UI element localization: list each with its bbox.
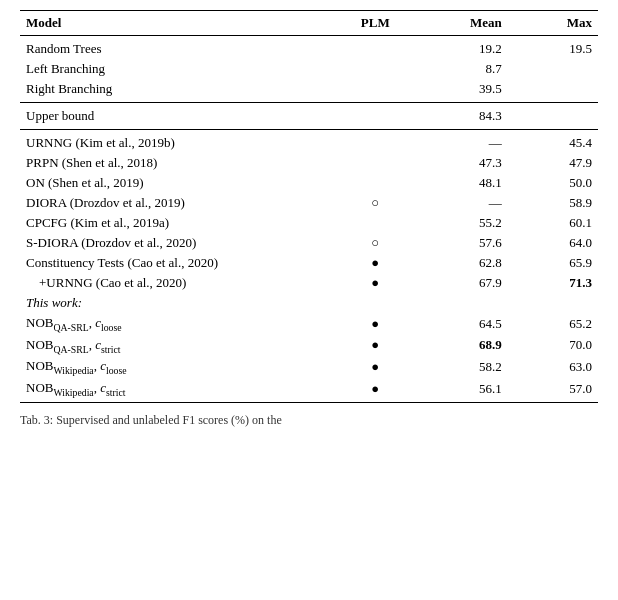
table-row: PRPN (Shen et al., 2018) 47.3 47.9 <box>20 153 598 173</box>
mean-value: 68.9 <box>399 335 507 357</box>
mean-value: 39.5 <box>399 79 507 103</box>
mean-value: 62.8 <box>399 253 507 273</box>
plm-value <box>351 213 399 233</box>
plm-value: ○ <box>351 233 399 253</box>
max-value: 64.0 <box>508 233 598 253</box>
max-value <box>508 293 598 313</box>
model-name: Constituency Tests (Cao et al., 2020) <box>20 253 351 273</box>
plm-value: ● <box>351 273 399 293</box>
mean-value: 67.9 <box>399 273 507 293</box>
max-value: 57.0 <box>508 378 598 403</box>
plm-value <box>351 293 399 313</box>
table-row: Random Trees 19.2 19.5 <box>20 36 598 60</box>
table-caption: Tab. 3: Supervised and unlabeled F1 scor… <box>20 413 598 428</box>
max-value: 60.1 <box>508 213 598 233</box>
table-row: URNNG (Kim et al., 2019b) — 45.4 <box>20 130 598 154</box>
max-value: 65.2 <box>508 313 598 335</box>
max-value: 70.0 <box>508 335 598 357</box>
plm-value <box>351 173 399 193</box>
mean-value: — <box>399 130 507 154</box>
mean-value: 48.1 <box>399 173 507 193</box>
model-name: NOBQA-SRL, cloose <box>20 313 351 335</box>
table-row: Right Branching 39.5 <box>20 79 598 103</box>
model-name: CPCFG (Kim et al., 2019a) <box>20 213 351 233</box>
mean-value: 84.3 <box>399 103 507 130</box>
plm-value: ● <box>351 335 399 357</box>
plm-value: ● <box>351 253 399 273</box>
mean-value <box>399 293 507 313</box>
table-row: Upper bound 84.3 <box>20 103 598 130</box>
max-value: 47.9 <box>508 153 598 173</box>
plm-value: ○ <box>351 193 399 213</box>
table-row: CPCFG (Kim et al., 2019a) 55.2 60.1 <box>20 213 598 233</box>
model-name: Right Branching <box>20 79 351 103</box>
model-name: NOBWikipedia, cstrict <box>20 378 351 403</box>
max-value: 45.4 <box>508 130 598 154</box>
mean-value: 56.1 <box>399 378 507 403</box>
plm-value <box>351 59 399 79</box>
header-plm: PLM <box>351 11 399 36</box>
header-mean: Mean <box>399 11 507 36</box>
max-value: 50.0 <box>508 173 598 193</box>
model-name: NOBWikipedia, cloose <box>20 356 351 378</box>
plm-value <box>351 103 399 130</box>
table-row: Left Branching 8.7 <box>20 59 598 79</box>
mean-value: 19.2 <box>399 36 507 60</box>
plm-value <box>351 130 399 154</box>
max-value: 19.5 <box>508 36 598 60</box>
table-row: DIORA (Drozdov et al., 2019) ○ — 58.9 <box>20 193 598 213</box>
mean-value: 55.2 <box>399 213 507 233</box>
mean-value: 8.7 <box>399 59 507 79</box>
table-row: This work: <box>20 293 598 313</box>
model-name: Upper bound <box>20 103 351 130</box>
mean-value: 47.3 <box>399 153 507 173</box>
model-name: PRPN (Shen et al., 2018) <box>20 153 351 173</box>
table-row: NOBWikipedia, cloose ● 58.2 63.0 <box>20 356 598 378</box>
model-name: DIORA (Drozdov et al., 2019) <box>20 193 351 213</box>
table-row: NOBQA-SRL, cloose ● 64.5 65.2 <box>20 313 598 335</box>
plm-value: ● <box>351 356 399 378</box>
mean-value: 58.2 <box>399 356 507 378</box>
plm-value <box>351 36 399 60</box>
plm-value: ● <box>351 378 399 403</box>
model-name: +URNNG (Cao et al., 2020) <box>20 273 351 293</box>
max-value: 58.9 <box>508 193 598 213</box>
max-value <box>508 79 598 103</box>
results-table: Model PLM Mean Max Random Trees 19.2 19.… <box>20 10 598 403</box>
max-value <box>508 59 598 79</box>
model-name: URNNG (Kim et al., 2019b) <box>20 130 351 154</box>
table-row: S-DIORA (Drozdov et al., 2020) ○ 57.6 64… <box>20 233 598 253</box>
table-row: ON (Shen et al., 2019) 48.1 50.0 <box>20 173 598 193</box>
header-max: Max <box>508 11 598 36</box>
mean-value: 64.5 <box>399 313 507 335</box>
table-row: NOBQA-SRL, cstrict ● 68.9 70.0 <box>20 335 598 357</box>
model-name: This work: <box>20 293 351 313</box>
max-value: 63.0 <box>508 356 598 378</box>
header-model: Model <box>20 11 351 36</box>
mean-value: — <box>399 193 507 213</box>
model-name: S-DIORA (Drozdov et al., 2020) <box>20 233 351 253</box>
max-value <box>508 103 598 130</box>
model-name: Random Trees <box>20 36 351 60</box>
table-row: +URNNG (Cao et al., 2020) ● 67.9 71.3 <box>20 273 598 293</box>
max-value: 65.9 <box>508 253 598 273</box>
plm-value <box>351 153 399 173</box>
plm-value: ● <box>351 313 399 335</box>
model-name: ON (Shen et al., 2019) <box>20 173 351 193</box>
mean-value: 57.6 <box>399 233 507 253</box>
max-value: 71.3 <box>508 273 598 293</box>
model-name: NOBQA-SRL, cstrict <box>20 335 351 357</box>
table-row: Constituency Tests (Cao et al., 2020) ● … <box>20 253 598 273</box>
table-row: NOBWikipedia, cstrict ● 56.1 57.0 <box>20 378 598 403</box>
plm-value <box>351 79 399 103</box>
model-name: Left Branching <box>20 59 351 79</box>
